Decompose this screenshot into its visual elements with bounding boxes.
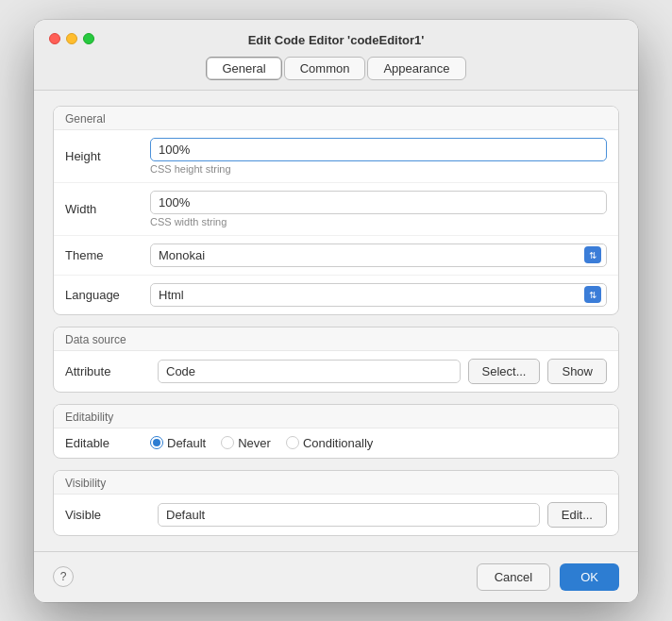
- language-select-wrapper: Html JavaScript Python CSS SQL ⇅: [150, 283, 607, 307]
- height-row: Height CSS height string: [54, 130, 618, 183]
- general-section-header: General: [54, 107, 618, 130]
- height-label: Height: [65, 149, 150, 163]
- radio-never-label: Never: [238, 436, 271, 450]
- radio-conditionally[interactable]: Conditionally: [286, 436, 373, 450]
- theme-select-wrapper: Monokai Default Dark Light ⇅: [150, 243, 607, 267]
- width-field: CSS width string: [150, 191, 607, 227]
- width-label: Width: [65, 202, 150, 216]
- radio-conditionally-button[interactable]: [286, 436, 299, 449]
- tab-appearance[interactable]: Appearance: [367, 57, 465, 80]
- visible-input[interactable]: [158, 503, 540, 527]
- attribute-label: Attribute: [65, 364, 150, 378]
- maximize-button[interactable]: [83, 33, 94, 44]
- content-area: General Height CSS height string Width C…: [34, 91, 638, 551]
- radio-default-button[interactable]: [150, 436, 163, 449]
- tab-general[interactable]: General: [206, 57, 281, 80]
- radio-default[interactable]: Default: [150, 436, 206, 450]
- tab-bar: General Common Appearance: [206, 57, 465, 80]
- editable-label: Editable: [65, 436, 150, 450]
- radio-conditionally-label: Conditionally: [303, 436, 373, 450]
- general-section: General Height CSS height string Width C…: [53, 106, 619, 315]
- cancel-button[interactable]: Cancel: [477, 563, 550, 591]
- editability-section: Editability Editable Default Never: [53, 404, 619, 459]
- show-button[interactable]: Show: [547, 359, 607, 384]
- editability-header: Editability: [54, 405, 618, 428]
- language-select[interactable]: Html JavaScript Python CSS SQL: [150, 283, 607, 307]
- footer: ? Cancel OK: [34, 551, 638, 602]
- visible-row: Visible Edit...: [54, 495, 618, 535]
- visible-label: Visible: [65, 508, 150, 522]
- ok-button[interactable]: OK: [560, 563, 619, 591]
- data-source-section: Data source Attribute Select... Show: [53, 327, 619, 393]
- radio-never-button[interactable]: [221, 436, 234, 449]
- editable-radio-group: Default Never Conditionally: [150, 436, 607, 450]
- attribute-row: Attribute Select... Show: [54, 351, 618, 392]
- language-row: Language Html JavaScript Python CSS SQL …: [54, 276, 618, 314]
- attribute-input[interactable]: [158, 360, 461, 383]
- radio-never[interactable]: Never: [221, 436, 271, 450]
- select-button[interactable]: Select...: [468, 359, 541, 384]
- dialog-window: Edit Code Editor 'codeEditor1' General C…: [34, 20, 638, 602]
- width-row: Width CSS width string: [54, 183, 618, 236]
- width-hint: CSS width string: [150, 216, 607, 227]
- theme-select[interactable]: Monokai Default Dark Light: [150, 243, 607, 267]
- edit-button[interactable]: Edit...: [547, 502, 607, 528]
- width-input[interactable]: [150, 191, 607, 214]
- tab-common[interactable]: Common: [284, 57, 366, 80]
- window-title: Edit Code Editor 'codeEditor1': [248, 33, 425, 47]
- height-input[interactable]: [150, 138, 607, 161]
- height-hint: CSS height string: [150, 163, 607, 175]
- theme-label: Theme: [65, 248, 150, 262]
- minimize-button[interactable]: [66, 33, 77, 44]
- language-label: Language: [65, 288, 150, 302]
- data-source-header: Data source: [54, 327, 618, 351]
- title-bar: Edit Code Editor 'codeEditor1' General C…: [34, 20, 638, 91]
- visibility-header: Visibility: [54, 471, 618, 495]
- editable-row: Editable Default Never Conditiona: [54, 428, 618, 458]
- close-button[interactable]: [49, 33, 60, 44]
- radio-default-label: Default: [167, 436, 206, 450]
- height-field: CSS height string: [150, 138, 607, 175]
- footer-actions: Cancel OK: [477, 563, 619, 591]
- help-button[interactable]: ?: [53, 566, 74, 587]
- theme-row: Theme Monokai Default Dark Light ⇅: [54, 236, 618, 276]
- visibility-section: Visibility Visible Edit...: [53, 470, 619, 536]
- traffic-lights: [49, 33, 94, 44]
- radio-default-dot: [153, 439, 160, 446]
